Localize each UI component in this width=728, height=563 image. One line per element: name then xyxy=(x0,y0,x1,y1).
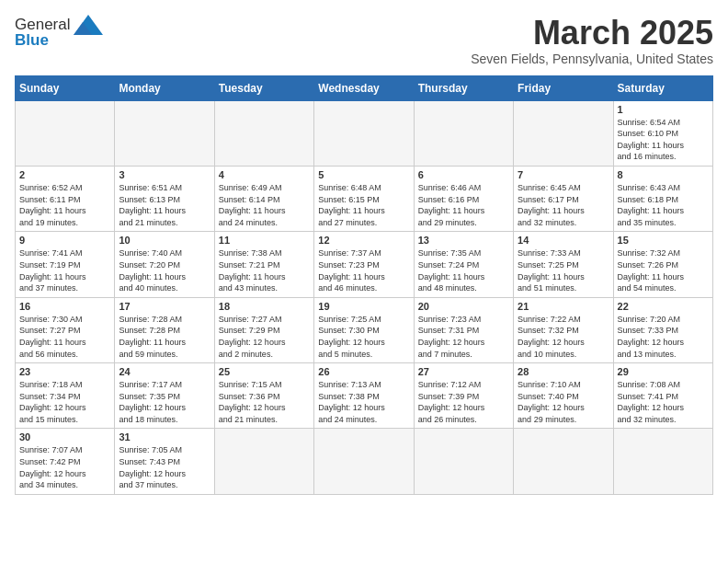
day-number: 29 xyxy=(618,366,709,377)
day-info: Sunrise: 7:40 AM Sunset: 7:20 PM Dayligh… xyxy=(119,247,210,293)
day-info: Sunrise: 6:52 AM Sunset: 6:11 PM Dayligh… xyxy=(19,182,110,228)
calendar-week-row: 1Sunrise: 6:54 AM Sunset: 6:10 PM Daylig… xyxy=(16,100,713,166)
calendar-cell: 30Sunrise: 7:07 AM Sunset: 7:42 PM Dayli… xyxy=(16,429,115,494)
calendar-cell xyxy=(414,100,513,166)
day-number: 11 xyxy=(219,235,310,246)
day-info: Sunrise: 7:22 AM Sunset: 7:32 PM Dayligh… xyxy=(518,314,609,360)
day-number: 4 xyxy=(219,169,310,180)
day-of-week-header: Saturday xyxy=(613,75,712,100)
day-of-week-header: Tuesday xyxy=(214,75,313,100)
calendar-cell: 23Sunrise: 7:18 AM Sunset: 7:34 PM Dayli… xyxy=(16,363,115,429)
calendar-cell xyxy=(214,429,313,494)
logo-area: General Blue xyxy=(15,15,103,50)
day-info: Sunrise: 6:48 AM Sunset: 6:15 PM Dayligh… xyxy=(318,182,409,228)
calendar-cell: 3Sunrise: 6:51 AM Sunset: 6:13 PM Daylig… xyxy=(115,166,214,231)
day-info: Sunrise: 6:54 AM Sunset: 6:10 PM Dayligh… xyxy=(618,117,709,163)
day-number: 9 xyxy=(19,235,110,246)
day-info: Sunrise: 7:13 AM Sunset: 7:38 PM Dayligh… xyxy=(318,379,409,425)
calendar-cell: 26Sunrise: 7:13 AM Sunset: 7:38 PM Dayli… xyxy=(314,363,414,429)
calendar-cell: 5Sunrise: 6:48 AM Sunset: 6:15 PM Daylig… xyxy=(314,166,414,231)
day-number: 1 xyxy=(618,104,709,115)
calendar-cell: 14Sunrise: 7:33 AM Sunset: 7:25 PM Dayli… xyxy=(514,232,613,297)
day-number: 7 xyxy=(518,169,609,180)
calendar-cell: 17Sunrise: 7:28 AM Sunset: 7:28 PM Dayli… xyxy=(115,297,214,362)
calendar-week-row: 30Sunrise: 7:07 AM Sunset: 7:42 PM Dayli… xyxy=(16,429,713,494)
day-number: 2 xyxy=(19,169,110,180)
header: General Blue March 2025 Seven Fields, Pe… xyxy=(15,15,713,66)
calendar-cell: 2Sunrise: 6:52 AM Sunset: 6:11 PM Daylig… xyxy=(16,166,115,231)
day-info: Sunrise: 7:30 AM Sunset: 7:27 PM Dayligh… xyxy=(19,314,110,360)
calendar-cell: 18Sunrise: 7:27 AM Sunset: 7:29 PM Dayli… xyxy=(214,297,313,362)
day-of-week-header: Wednesday xyxy=(314,75,414,100)
calendar-cell xyxy=(613,429,712,494)
calendar-cell: 28Sunrise: 7:10 AM Sunset: 7:40 PM Dayli… xyxy=(514,363,613,429)
day-of-week-header: Monday xyxy=(115,75,214,100)
calendar-cell xyxy=(514,100,613,166)
logo-blue-text: Blue xyxy=(15,31,49,50)
day-number: 26 xyxy=(318,366,409,377)
day-number: 3 xyxy=(119,169,210,180)
day-number: 18 xyxy=(219,301,310,312)
calendar-cell xyxy=(414,429,513,494)
day-number: 24 xyxy=(119,366,210,377)
calendar-cell: 9Sunrise: 7:41 AM Sunset: 7:19 PM Daylig… xyxy=(16,232,115,297)
day-info: Sunrise: 7:28 AM Sunset: 7:28 PM Dayligh… xyxy=(119,314,210,360)
logo-icon xyxy=(74,15,103,35)
title-area: March 2025 Seven Fields, Pennsylvania, U… xyxy=(471,15,713,66)
calendar-cell xyxy=(16,100,115,166)
calendar: SundayMondayTuesdayWednesdayThursdayFrid… xyxy=(15,75,713,495)
day-of-week-header: Thursday xyxy=(414,75,513,100)
calendar-cell xyxy=(314,429,414,494)
day-number: 15 xyxy=(618,235,709,246)
day-number: 27 xyxy=(418,366,509,377)
day-number: 20 xyxy=(418,301,509,312)
day-info: Sunrise: 7:27 AM Sunset: 7:29 PM Dayligh… xyxy=(219,314,310,360)
calendar-cell: 11Sunrise: 7:38 AM Sunset: 7:21 PM Dayli… xyxy=(214,232,313,297)
day-of-week-header: Sunday xyxy=(16,75,115,100)
day-of-week-header: Friday xyxy=(514,75,613,100)
day-info: Sunrise: 7:35 AM Sunset: 7:24 PM Dayligh… xyxy=(418,247,509,293)
calendar-week-row: 2Sunrise: 6:52 AM Sunset: 6:11 PM Daylig… xyxy=(16,166,713,231)
day-number: 13 xyxy=(418,235,509,246)
calendar-cell: 12Sunrise: 7:37 AM Sunset: 7:23 PM Dayli… xyxy=(314,232,414,297)
day-number: 31 xyxy=(119,431,210,442)
calendar-cell: 1Sunrise: 6:54 AM Sunset: 6:10 PM Daylig… xyxy=(613,100,712,166)
day-number: 21 xyxy=(518,301,609,312)
day-info: Sunrise: 7:15 AM Sunset: 7:36 PM Dayligh… xyxy=(219,379,310,425)
day-info: Sunrise: 7:05 AM Sunset: 7:43 PM Dayligh… xyxy=(119,444,210,490)
month-title: March 2025 xyxy=(471,15,713,52)
calendar-week-row: 23Sunrise: 7:18 AM Sunset: 7:34 PM Dayli… xyxy=(16,363,713,429)
calendar-week-row: 16Sunrise: 7:30 AM Sunset: 7:27 PM Dayli… xyxy=(16,297,713,362)
calendar-cell: 31Sunrise: 7:05 AM Sunset: 7:43 PM Dayli… xyxy=(115,429,214,494)
day-info: Sunrise: 7:38 AM Sunset: 7:21 PM Dayligh… xyxy=(219,247,310,293)
day-info: Sunrise: 7:17 AM Sunset: 7:35 PM Dayligh… xyxy=(119,379,210,425)
day-info: Sunrise: 7:33 AM Sunset: 7:25 PM Dayligh… xyxy=(518,247,609,293)
day-number: 8 xyxy=(618,169,709,180)
day-info: Sunrise: 6:51 AM Sunset: 6:13 PM Dayligh… xyxy=(119,182,210,228)
day-info: Sunrise: 6:45 AM Sunset: 6:17 PM Dayligh… xyxy=(518,182,609,228)
calendar-cell: 27Sunrise: 7:12 AM Sunset: 7:39 PM Dayli… xyxy=(414,363,513,429)
calendar-cell xyxy=(314,100,414,166)
day-number: 25 xyxy=(219,366,310,377)
calendar-cell: 16Sunrise: 7:30 AM Sunset: 7:27 PM Dayli… xyxy=(16,297,115,362)
calendar-cell xyxy=(214,100,313,166)
day-number: 17 xyxy=(119,301,210,312)
day-info: Sunrise: 7:08 AM Sunset: 7:41 PM Dayligh… xyxy=(618,379,709,425)
calendar-cell: 29Sunrise: 7:08 AM Sunset: 7:41 PM Dayli… xyxy=(613,363,712,429)
calendar-cell: 24Sunrise: 7:17 AM Sunset: 7:35 PM Dayli… xyxy=(115,363,214,429)
calendar-cell: 21Sunrise: 7:22 AM Sunset: 7:32 PM Dayli… xyxy=(514,297,613,362)
calendar-cell xyxy=(514,429,613,494)
day-number: 19 xyxy=(318,301,409,312)
day-info: Sunrise: 7:10 AM Sunset: 7:40 PM Dayligh… xyxy=(518,379,609,425)
day-number: 28 xyxy=(518,366,609,377)
day-number: 23 xyxy=(19,366,110,377)
day-info: Sunrise: 7:20 AM Sunset: 7:33 PM Dayligh… xyxy=(618,314,709,360)
day-info: Sunrise: 7:23 AM Sunset: 7:31 PM Dayligh… xyxy=(418,314,509,360)
day-info: Sunrise: 7:32 AM Sunset: 7:26 PM Dayligh… xyxy=(618,247,709,293)
calendar-week-row: 9Sunrise: 7:41 AM Sunset: 7:19 PM Daylig… xyxy=(16,232,713,297)
day-info: Sunrise: 7:41 AM Sunset: 7:19 PM Dayligh… xyxy=(19,247,110,293)
location-title: Seven Fields, Pennsylvania, United State… xyxy=(471,52,713,66)
calendar-cell: 7Sunrise: 6:45 AM Sunset: 6:17 PM Daylig… xyxy=(514,166,613,231)
day-info: Sunrise: 6:43 AM Sunset: 6:18 PM Dayligh… xyxy=(618,182,709,228)
calendar-cell: 19Sunrise: 7:25 AM Sunset: 7:30 PM Dayli… xyxy=(314,297,414,362)
